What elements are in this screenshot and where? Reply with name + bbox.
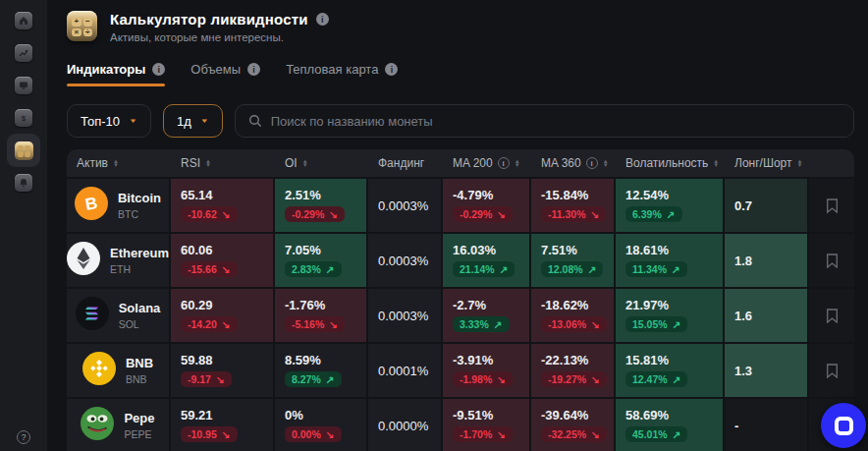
rsi-value: 60.06 — [181, 244, 263, 256]
chevron-down-icon — [200, 117, 209, 126]
arrow-down-icon: ↘ — [497, 429, 506, 440]
cell-asset: PepePEPE — [67, 399, 169, 451]
arrow-down-icon: ↘ — [222, 429, 231, 440]
tab-volumes[interactable]: Объемы — [190, 62, 260, 86]
oi-value: -1.76% — [285, 299, 356, 311]
ma200-change-badge: 21.14%↗ — [453, 261, 515, 278]
ma200-change-badge: -1.70%↘ — [453, 426, 513, 443]
column-header-longshort[interactable]: Лонг/Шорт▲▼ — [725, 156, 807, 170]
cell-asset: EthereumETH — [67, 234, 169, 287]
column-header-volatility[interactable]: Волатильность▲▼ — [616, 156, 723, 170]
asset-names: BNBBNB — [126, 356, 153, 385]
title-info-icon[interactable] — [316, 13, 329, 26]
cell-ma200: -3.91%-1.98%↘ — [443, 344, 529, 397]
oi-change-badge: 2.83%↗ — [285, 261, 342, 278]
sort-icon: ▲▼ — [603, 159, 609, 167]
cell-rsi: 60.06-15.66↘ — [171, 234, 273, 287]
sort-icon: ▲▼ — [205, 159, 211, 167]
column-header-asset[interactable]: Актив▲▼ — [67, 156, 169, 170]
arrow-up-icon: ↗ — [326, 374, 335, 385]
longshort-value: - — [734, 420, 797, 432]
column-header-ma200[interactable]: MA 200▲▼ — [443, 156, 529, 170]
column-label: RSI — [181, 156, 200, 170]
sidebar: $ — [0, 0, 47, 451]
asset-name: BNB — [126, 356, 153, 371]
table-row[interactable]: SolanaSOL60.29-14.20↘-1.76%-5.16%↘0.0003… — [67, 289, 854, 342]
arrow-up-icon: ↗ — [494, 319, 503, 330]
chat-bubble-icon[interactable] — [821, 403, 866, 448]
info-icon[interactable] — [152, 63, 165, 76]
app-logo-calculator-icon — [67, 11, 97, 41]
ma360-value: -18.62% — [541, 299, 604, 311]
chat-ring-icon — [835, 417, 853, 435]
arrow-down-icon: ↘ — [591, 319, 600, 330]
column-header-oi[interactable]: OI▲▼ — [275, 156, 366, 170]
period-filter-select[interactable]: 1д — [163, 104, 223, 138]
bookmark-icon[interactable] — [822, 360, 842, 382]
calculator-icon[interactable] — [7, 134, 40, 167]
badge-value: -32.25% — [548, 429, 586, 440]
help-icon[interactable] — [17, 430, 30, 444]
sort-icon: ▲▼ — [713, 159, 719, 167]
table-header-row: Актив▲▼RSI▲▼OI▲▼ФандингMA 200▲▼MA 360▲▼В… — [67, 149, 854, 177]
badge-value: -9.17 — [188, 374, 211, 385]
rsi-value: 65.14 — [181, 189, 263, 201]
asset-names: EthereumETH — [110, 246, 169, 275]
column-header-rsi[interactable]: RSI▲▼ — [171, 156, 273, 170]
cell-volatility: 15.81%12.47%↗ — [616, 344, 723, 397]
ma200-change-badge: 3.33%↗ — [453, 316, 510, 333]
badge-value: -11.30% — [548, 209, 586, 220]
column-header-ma360[interactable]: MA 360▲▼ — [531, 156, 614, 170]
chart-icon[interactable] — [15, 44, 32, 62]
arrow-down-icon: ↘ — [222, 319, 231, 330]
tab-heatmap[interactable]: Тепловая карта — [286, 62, 398, 86]
arrow-up-icon: ↗ — [326, 264, 335, 275]
badge-value: -14.20 — [188, 319, 217, 330]
bookmark-icon[interactable] — [822, 250, 842, 272]
cell-volatility: 21.97%15.05%↗ — [616, 289, 723, 342]
cell-ma200: -4.79%-0.29%↘ — [443, 179, 529, 232]
oi-change-badge: 8.27%↗ — [285, 371, 342, 388]
asset-name: Ethereum — [110, 246, 169, 261]
tab-label: Индикаторы — [67, 62, 145, 77]
search-input[interactable] — [271, 114, 841, 129]
bookmark-icon[interactable] — [822, 305, 842, 327]
ma200-value: -2.7% — [453, 299, 519, 311]
cell-ma200: 16.03%21.14%↗ — [443, 234, 529, 287]
asset-names: PepePEPE — [124, 411, 154, 440]
dollar-icon[interactable]: $ — [15, 109, 32, 127]
funding-value: 0.0003% — [378, 310, 431, 322]
info-icon[interactable] — [498, 157, 510, 169]
table-row[interactable]: EthereumETH60.06-15.66↘7.05%2.83%↗0.0003… — [67, 234, 854, 287]
cell-bookmark — [809, 344, 854, 397]
calculator-icon-glyph — [15, 141, 33, 160]
arrow-up-icon: ↗ — [588, 264, 597, 275]
cell-oi: 2.51%-0.29%↘ — [275, 179, 366, 232]
bookmark-icon[interactable] — [822, 195, 842, 217]
tab-indicators[interactable]: Индикаторы — [67, 62, 165, 86]
table-row[interactable]: PepePEPE59.21-10.95↘0%0.00%↘0.0000%-9.51… — [67, 399, 854, 451]
top-filter-select[interactable]: Топ-10 — [67, 104, 151, 138]
table-row[interactable]: BBitcoinBTC65.14-10.62↘2.51%-0.29%↘0.000… — [67, 179, 854, 232]
ma200-value: -4.79% — [453, 189, 519, 201]
volatility-change-badge: 45.01%↗ — [625, 426, 687, 443]
rsi-change-badge: -10.95↘ — [181, 426, 238, 443]
asset-names: SolanaSOL — [119, 301, 161, 330]
monitor-icon[interactable] — [15, 77, 32, 94]
rsi-change-badge: -10.62↘ — [181, 206, 238, 223]
badge-value: 8.27% — [292, 374, 321, 385]
cell-oi: 7.05%2.83%↗ — [275, 234, 366, 287]
info-icon[interactable] — [385, 63, 398, 76]
info-icon[interactable] — [247, 63, 260, 76]
asset-name: Pepe — [124, 411, 154, 426]
volatility-change-badge: 11.34%↗ — [625, 261, 687, 278]
bell-icon[interactable] — [15, 174, 32, 192]
page-title: Калькулятор ликвидности — [110, 11, 308, 28]
ma360-change-badge: -11.30%↘ — [541, 206, 606, 223]
asset-ticker: PEPE — [124, 428, 154, 440]
home-icon[interactable] — [15, 12, 32, 29]
tab-bar: Индикаторы Объемы Тепловая карта — [67, 62, 398, 86]
table-row[interactable]: BNBBNB59.88-9.17↘8.59%8.27%↗0.0001%-3.91… — [67, 344, 854, 397]
cell-bookmark — [809, 234, 854, 287]
info-icon[interactable] — [586, 157, 598, 169]
